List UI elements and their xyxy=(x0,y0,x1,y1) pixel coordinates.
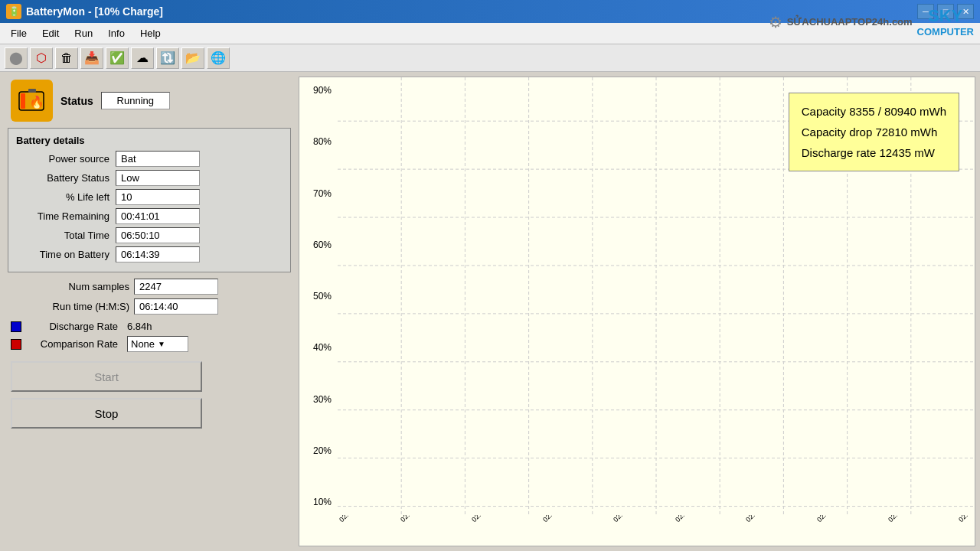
x-label-3: 02:42:13 xyxy=(541,515,566,523)
svg-rect-2 xyxy=(21,93,25,109)
toolbar: ⬤ ⬡ 🗑 📥 ✅ ☁ 🔃 📂 🌐 xyxy=(0,44,980,72)
runtime-value: 06:14:40 xyxy=(134,298,218,315)
title-bar: 🔋 BatteryMon - [10% Charge] ⚙ SỬACHUAAPT… xyxy=(0,0,980,23)
rates-section: Discharge Rate 6.84h Comparison Rate Non… xyxy=(8,321,291,352)
window-title: BatteryMon - [10% Charge] xyxy=(26,5,163,18)
main-area: 🔥 Status Running Battery details Power s… xyxy=(0,72,980,551)
x-label-8: 02:50:33 xyxy=(887,515,911,523)
gear-icon: ⚙ xyxy=(769,13,782,31)
chart-tooltip: Capacity 8355 / 80940 mWh Capacity drop … xyxy=(789,93,959,171)
status-row: 🔥 Status Running xyxy=(8,80,291,122)
discharge-color-indicator xyxy=(11,321,21,332)
battery-details-box: Battery details Power source Bat Battery… xyxy=(8,128,291,272)
tb-cloud-btn[interactable]: ☁ xyxy=(131,47,154,69)
x-axis-labels: 02:38 02:38:53 02:40:33 02:42:13 02:43 0… xyxy=(338,515,975,546)
y-label-60: 60% xyxy=(302,240,335,250)
svg-rect-1 xyxy=(28,89,36,93)
life-left-value: 10 xyxy=(116,189,200,205)
title-bar-left: 🔋 BatteryMon - [10% Charge] xyxy=(6,4,163,19)
time-on-battery-value: 06:14:39 xyxy=(116,246,200,262)
runtime-label: Run time (H:M:S) xyxy=(11,301,129,312)
tb-clear-btn[interactable]: 🗑 xyxy=(55,47,78,69)
num-samples-value: 2247 xyxy=(134,279,218,295)
battery-status-label: Battery Status xyxy=(16,172,116,184)
battery-status-value: Low xyxy=(116,170,200,186)
watermark-computer: COMPUTER xyxy=(917,26,974,37)
discharge-rate-row: Discharge Rate 6.84h xyxy=(11,321,288,332)
watermark: ⚙ SỬACHUAAPTOP24h.com SKY COMPUTER xyxy=(769,6,974,37)
status-value: Running xyxy=(101,92,170,109)
y-label-10: 10% xyxy=(302,497,335,507)
total-time-value: 06:50:10 xyxy=(116,227,200,243)
y-label-90: 90% xyxy=(302,85,335,96)
y-axis-labels: 90% 80% 70% 60% 50% 40% 30% 20% 10% xyxy=(299,77,338,515)
detail-life-left: % Life left 10 xyxy=(16,189,283,205)
tb-refresh-btn[interactable]: 🔃 xyxy=(156,47,179,69)
tooltip-capacity: Capacity 8355 / 80940 mWh xyxy=(802,101,946,122)
tb-web-btn[interactable]: 🌐 xyxy=(207,47,230,69)
menu-edit[interactable]: Edit xyxy=(34,24,67,42)
detail-time-remaining: Time Remaining 00:41:01 xyxy=(16,208,283,224)
comparison-value: None xyxy=(131,338,155,350)
tb-check-btn[interactable]: ✅ xyxy=(106,47,129,69)
stop-button[interactable]: Stop xyxy=(11,398,202,429)
tb-stop-btn[interactable]: ⬡ xyxy=(30,47,53,69)
y-label-70: 70% xyxy=(302,188,335,199)
y-label-40: 40% xyxy=(302,342,335,353)
tb-import-btn[interactable]: 📥 xyxy=(80,47,103,69)
time-remaining-value: 00:41:01 xyxy=(116,208,200,224)
x-label-7: 02:48:53 xyxy=(815,515,840,523)
runtime-row: Run time (H:M:S) 06:14:40 xyxy=(11,298,288,315)
watermark-text: SỬACHUAAPTOP24h.com xyxy=(787,16,913,28)
x-label-4: 02:43 xyxy=(612,515,629,523)
comparison-rate-label: Comparison Rate xyxy=(26,338,118,350)
discharge-rate-label: Discharge Rate xyxy=(26,321,118,332)
action-buttons: Start Stop xyxy=(8,361,291,429)
menu-help[interactable]: Help xyxy=(132,24,168,42)
x-label-2: 02:40:33 xyxy=(470,515,495,523)
num-samples-row: Num samples 2247 xyxy=(11,279,288,295)
start-button[interactable]: Start xyxy=(11,361,202,392)
tooltip-capacity-drop: Capacity drop 72810 mWh xyxy=(802,122,946,142)
power-source-value: Bat xyxy=(116,151,200,167)
y-label-80: 80% xyxy=(302,136,335,147)
svg-text:🔥: 🔥 xyxy=(29,95,44,109)
y-label-30: 30% xyxy=(302,394,335,405)
tb-folder-btn[interactable]: 📂 xyxy=(181,47,204,69)
left-panel: 🔥 Status Running Battery details Power s… xyxy=(0,72,299,551)
tb-record-btn[interactable]: ⬤ xyxy=(5,47,28,69)
menu-info[interactable]: Info xyxy=(100,24,132,42)
time-on-battery-label: Time on Battery xyxy=(16,249,116,260)
life-left-label: % Life left xyxy=(16,191,116,203)
detail-total-time: Total Time 06:50:10 xyxy=(16,227,283,243)
comparison-color-indicator xyxy=(11,339,21,350)
y-label-50: 50% xyxy=(302,291,335,302)
menu-run[interactable]: Run xyxy=(67,24,100,42)
x-label-6: 02:47:13 xyxy=(744,515,769,523)
comparison-rate-row: Comparison Rate None ▼ xyxy=(11,336,288,352)
detail-power-source: Power source Bat xyxy=(16,151,283,167)
total-time-label: Total Time xyxy=(16,230,116,241)
x-label-1: 02:38:53 xyxy=(399,515,423,523)
menu-file[interactable]: File xyxy=(3,24,34,42)
tooltip-discharge-rate: Discharge rate 12435 mW xyxy=(802,142,946,163)
battery-icon: 🔥 xyxy=(11,80,53,122)
power-source-label: Power source xyxy=(16,153,116,165)
x-label-0: 02:38 xyxy=(338,515,355,523)
num-samples-label: Num samples xyxy=(11,281,129,292)
time-remaining-label: Time Remaining xyxy=(16,210,116,222)
chart-area: 90% 80% 70% 60% 50% 40% 30% 20% 10% xyxy=(299,77,975,546)
status-label: Status xyxy=(60,95,93,107)
app-icon: 🔋 xyxy=(6,4,21,19)
dropdown-arrow-icon: ▼ xyxy=(158,340,165,348)
comparison-dropdown[interactable]: None ▼ xyxy=(127,336,188,352)
x-label-5: 02:45:33 xyxy=(674,515,698,523)
discharge-rate-value: 6.84h xyxy=(127,321,188,332)
detail-time-on-battery: Time on Battery 06:14:39 xyxy=(16,246,283,262)
x-label-9: 02:52 xyxy=(957,515,975,523)
stats-section: Num samples 2247 Run time (H:M:S) 06:14:… xyxy=(8,279,291,315)
details-title: Battery details xyxy=(16,135,283,146)
y-label-20: 20% xyxy=(302,445,335,456)
watermark-sky: SKY xyxy=(928,6,962,26)
detail-battery-status: Battery Status Low xyxy=(16,170,283,186)
